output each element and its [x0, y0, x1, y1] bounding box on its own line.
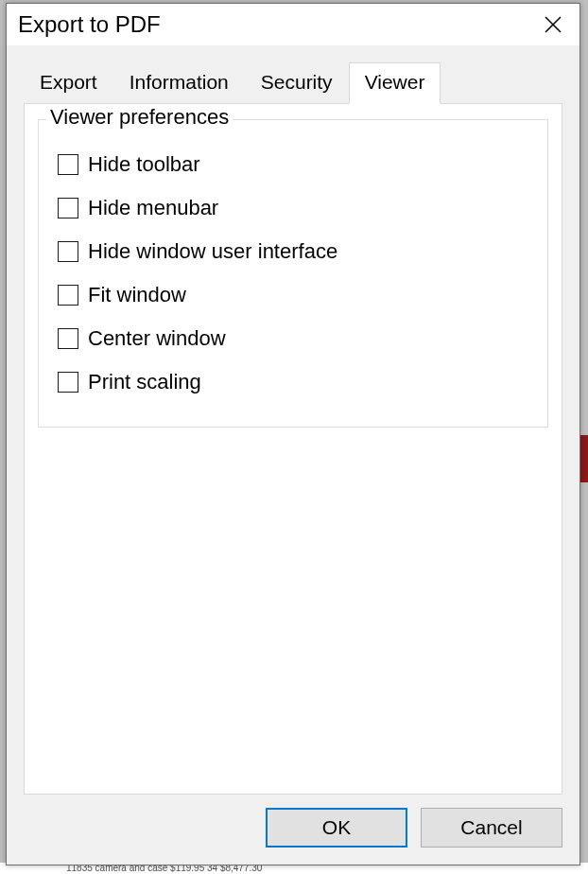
dialog-button-bar: OK Cancel [7, 795, 579, 865]
option-row: Hide toolbar [52, 143, 534, 186]
export-pdf-dialog: Export to PDF ExportInformationSecurityV… [6, 3, 580, 865]
viewer-preferences-legend: Viewer preferences [46, 105, 233, 130]
tab-information[interactable]: Information [113, 62, 245, 103]
checkbox-print-scaling[interactable] [58, 372, 78, 393]
checkbox-label: Hide menubar [88, 196, 218, 220]
tab-content-area: Viewer preferences Hide toolbarHide menu… [7, 103, 579, 795]
checkbox-hide-toolbar[interactable] [58, 154, 78, 175]
titlebar: Export to PDF [7, 4, 579, 45]
tab-strip: ExportInformationSecurityViewer [7, 45, 579, 103]
tab-export[interactable]: Export [24, 62, 113, 103]
viewer-tab-content: Viewer preferences Hide toolbarHide menu… [24, 103, 562, 795]
checkbox-fit-window[interactable] [58, 285, 78, 306]
dialog-title: Export to PDF [18, 11, 161, 38]
option-row: Print scaling [52, 360, 534, 404]
tab-viewer[interactable]: Viewer [349, 62, 441, 104]
checkbox-center-window[interactable] [58, 328, 78, 349]
checkbox-hide-menubar[interactable] [58, 198, 78, 218]
close-button[interactable] [536, 9, 570, 40]
tab-security[interactable]: Security [245, 62, 349, 103]
checkbox-label: Fit window [88, 283, 186, 307]
option-row: Center window [52, 317, 534, 360]
option-row: Fit window [52, 273, 534, 317]
checkbox-label: Hide toolbar [88, 152, 200, 177]
checkbox-label: Hide window user interface [88, 239, 337, 264]
viewer-preferences-group: Viewer preferences Hide toolbarHide menu… [38, 119, 548, 428]
checkbox-label: Print scaling [88, 370, 201, 394]
checkbox-hide-window-user-interface[interactable] [58, 241, 78, 262]
cancel-button[interactable]: Cancel [421, 808, 562, 848]
checkbox-label: Center window [88, 326, 226, 351]
option-row: Hide window user interface [52, 230, 534, 273]
option-row: Hide menubar [52, 186, 534, 230]
ok-button[interactable]: OK [266, 808, 407, 848]
close-icon [544, 15, 562, 34]
